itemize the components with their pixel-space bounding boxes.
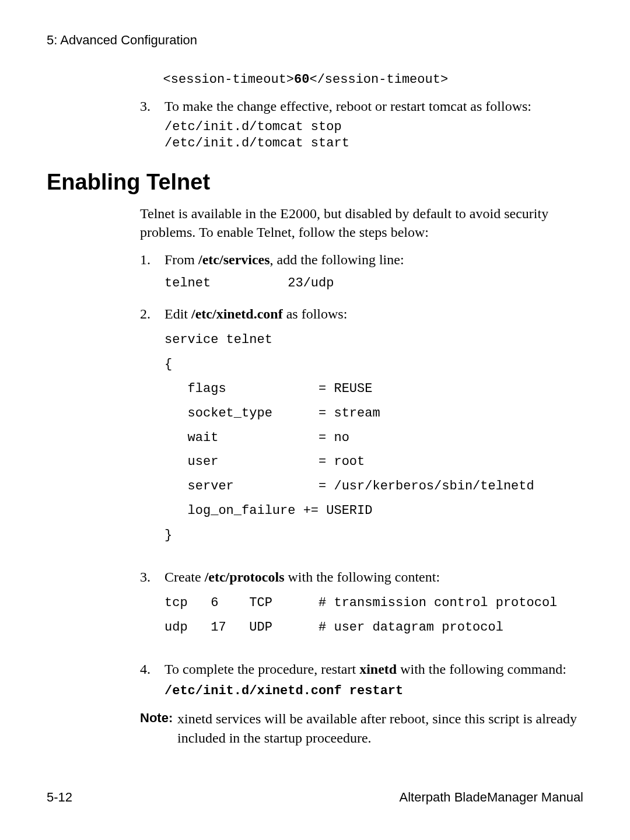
step-text: From /etc/services, add the following li… [164, 250, 578, 269]
prev-step-3: 3. To make the change effective, reboot … [140, 97, 578, 156]
session-timeout-value: 60 [294, 72, 309, 87]
step-number: 2. [140, 304, 164, 557]
etc-xinetd-conf: /etc/xinetd.conf [191, 306, 283, 321]
step-number: 1. [140, 250, 164, 302]
xinetd: xinetd [359, 662, 397, 677]
step-number: 3. [140, 568, 164, 649]
step-2: 2. Edit /etc/xinetd.conf as follows: ser… [140, 304, 578, 557]
step-1: 1. From /etc/services, add the following… [140, 250, 578, 302]
etc-protocols: /etc/protocols [205, 569, 285, 584]
step-text: To make the change effective, reboot or … [164, 97, 578, 116]
intro-paragraph: Telnet is available in the E2000, but di… [140, 204, 578, 242]
step-number: 4. [140, 660, 164, 704]
page-number: 5-12 [47, 790, 72, 805]
step-code: /etc/init.d/tomcat stop /etc/init.d/tomc… [164, 119, 578, 151]
note-text: xinetd services will be available after … [177, 709, 578, 747]
step-number: 3. [140, 97, 164, 156]
session-timeout-code: <session-timeout>60</session-timeout> [140, 71, 578, 89]
page: 5: Advanced Configuration <session-timeo… [0, 0, 630, 840]
step-1-code: telnet 23/udp [164, 275, 578, 293]
step-text: Edit /etc/xinetd.conf as follows: [164, 304, 578, 323]
step-3-code: tcp 6 TCP # transmission control protoco… [164, 591, 578, 640]
etc-services: /etc/services [198, 252, 270, 267]
step-4: 4. To complete the procedure, restart xi… [140, 660, 578, 704]
footer: 5-12 Alterpath BladeManager Manual [47, 790, 583, 805]
step-text: To complete the procedure, restart xinet… [164, 660, 578, 678]
step-2-code: service telnet { flags = REUSE socket_ty… [164, 328, 578, 547]
running-head: 5: Advanced Configuration [47, 33, 583, 48]
step-3: 3. Create /etc/protocols with the follow… [140, 568, 578, 649]
section-body: Telnet is available in the E2000, but di… [140, 204, 578, 747]
note-label: Note: [140, 709, 177, 747]
content-column: <session-timeout>60</session-timeout> 3.… [140, 71, 578, 156]
note: Note: xinetd services will be available … [140, 709, 578, 747]
step-text: Create /etc/protocols with the following… [164, 568, 578, 586]
section-heading: Enabling Telnet [47, 170, 583, 195]
step-4-code: /etc/init.d/xinetd.conf restart [164, 683, 578, 699]
manual-title: Alterpath BladeManager Manual [399, 790, 583, 805]
